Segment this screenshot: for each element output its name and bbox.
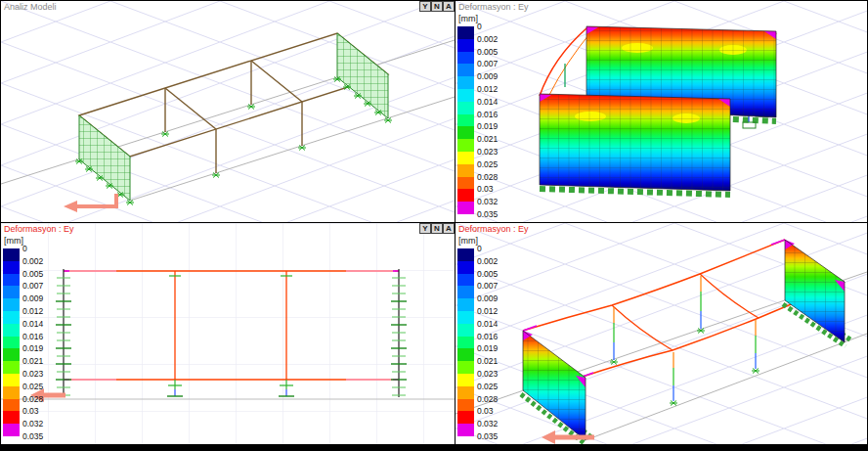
legend-value-label: 0.012: [22, 307, 43, 316]
deformation-canvas-plan[interactable]: [1, 223, 455, 444]
legend-color-cell: [457, 298, 474, 311]
legend-value-label: 0.025: [477, 383, 498, 391]
legend-color-cell: [457, 64, 474, 76]
legend-color-cell: [457, 248, 474, 261]
legend-value-label: 0.014: [477, 98, 498, 107]
legend-color-cell: [457, 386, 474, 399]
legend-color-bar: [457, 26, 474, 214]
legend-color-cell: [457, 76, 474, 89]
legend-value-label: 0.021: [477, 135, 498, 144]
legend-value-label: 0.03: [22, 407, 39, 416]
viewport-button-y[interactable]: Y: [419, 1, 431, 12]
legend-color-cell: [457, 411, 474, 424]
viewport-button-n[interactable]: N: [431, 223, 443, 234]
legend-color-cell: [457, 164, 474, 177]
legend-color-cell: [3, 424, 20, 436]
legend-value-label: 0.025: [477, 160, 498, 169]
legend-value-label: 0.021: [22, 357, 43, 366]
legend-color-bar: [3, 248, 20, 436]
legend-color-cell: [457, 139, 474, 152]
legend-color-cell: [3, 361, 20, 374]
square-grid-background: [1, 223, 455, 444]
legend-color-cell: [457, 52, 474, 65]
legend-value-label: 0.016: [477, 111, 498, 119]
legend-value-label: 0.016: [477, 333, 498, 341]
legend-color-cell: [457, 261, 474, 274]
legend-color-cell: [457, 424, 474, 436]
viewport-deformation-iso[interactable]: Deformasyon : Ey [mm] 00.0020.0050.0070.…: [456, 223, 867, 444]
legend-value-label: 0.005: [22, 270, 43, 279]
legend-value-label: 0.03: [477, 185, 494, 194]
legend-color-cell: [457, 177, 474, 190]
legend-color-cell: [3, 386, 20, 399]
viewport-analysis-model[interactable]: Analiz Modeli Y N A: [1, 1, 455, 222]
legend-color-cell: [3, 248, 20, 261]
legend-value-label: 0.002: [22, 257, 43, 266]
deformation-canvas-iso[interactable]: [456, 223, 867, 444]
legend-value-label: 0.007: [477, 60, 498, 68]
legend-value-label: 0.032: [22, 420, 43, 428]
deformation-canvas-top[interactable]: [456, 1, 867, 222]
viewport-title: Deformasyon : Ey: [458, 2, 529, 13]
legend-color-cell: [457, 39, 474, 52]
legend-value-label: 0.028: [477, 173, 498, 182]
viewport-deformation-plan[interactable]: Deformasyon : Ey [mm] 00.0020.0050.0070.…: [1, 223, 455, 444]
legend-color-cell: [457, 202, 474, 214]
legend-color-cell: [457, 189, 474, 202]
legend-value-label: 0.019: [477, 344, 498, 353]
legend-value-label: 0.032: [477, 420, 498, 428]
viewport-button-a[interactable]: A: [443, 1, 455, 12]
legend-color-bar: [457, 248, 474, 436]
legend-value-label: 0.002: [477, 35, 498, 44]
viewport-button-y[interactable]: Y: [419, 223, 431, 234]
legend-value-label: 0.035: [477, 210, 498, 219]
legend-color-cell: [457, 324, 474, 337]
legend-color-cell: [457, 126, 474, 139]
legend-value-label: 0.035: [22, 432, 43, 441]
legend-color-cell: [457, 361, 474, 374]
legend-color-cell: [3, 348, 20, 361]
legend-color-cell: [457, 152, 474, 164]
legend-value-label: 0.035: [477, 432, 498, 441]
legend-color-cell: [3, 274, 20, 287]
legend-value-label: 0.005: [477, 48, 498, 57]
legend-value-label: 0.007: [22, 282, 43, 291]
legend-value-label: 0.03: [477, 407, 494, 416]
legend-color-cell: [3, 298, 20, 311]
viewport-deformation-walls-front[interactable]: Deformasyon : Ey [mm] 00.0020.0050.0070.…: [456, 1, 867, 222]
legend-color-cell: [457, 399, 474, 412]
legend-color-cell: [457, 26, 474, 39]
legend-unit: [mm]: [458, 236, 478, 246]
legend-value-label: 0.023: [477, 148, 498, 157]
viewport-button-n[interactable]: N: [431, 1, 443, 12]
app-window: Analiz Modeli Y N A: [0, 0, 868, 451]
legend-unit: [mm]: [4, 236, 23, 246]
legend-value-label: 0.009: [22, 294, 43, 303]
legend-value-label: 0.019: [22, 344, 43, 353]
legend-value-label: 0.028: [22, 395, 43, 404]
legend-color-cell: [3, 374, 20, 386]
legend-color-cell: [457, 102, 474, 114]
legend-color-cell: [3, 286, 20, 298]
legend-color-cell: [3, 324, 20, 337]
legend-color-cell: [457, 89, 474, 102]
legend-color-cell: [457, 348, 474, 361]
legend-value-label: 0.025: [22, 383, 43, 391]
legend-value-label: 0.028: [477, 395, 498, 404]
legend-color-cell: [3, 311, 20, 324]
legend-value-label: 0.012: [477, 85, 498, 94]
legend-value-label: 0.009: [477, 294, 498, 303]
contour-legend: 00.0020.0050.0070.0090.0120.0140.0160.01…: [457, 248, 516, 444]
legend-color-cell: [3, 399, 20, 412]
viewport-button-a[interactable]: A: [443, 223, 455, 234]
legend-color-cell: [3, 261, 20, 274]
legend-color-cell: [457, 274, 474, 287]
legend-color-cell: [457, 311, 474, 324]
legend-value-label: 0: [477, 23, 482, 31]
legend-value-label: 0.002: [477, 257, 498, 266]
analysis-model-canvas[interactable]: [1, 1, 455, 222]
viewport-title: Deformasyon : Ey: [458, 224, 529, 235]
legend-color-cell: [457, 114, 474, 127]
viewport-title: Analiz Modeli: [4, 2, 57, 13]
legend-color-cell: [3, 411, 20, 424]
